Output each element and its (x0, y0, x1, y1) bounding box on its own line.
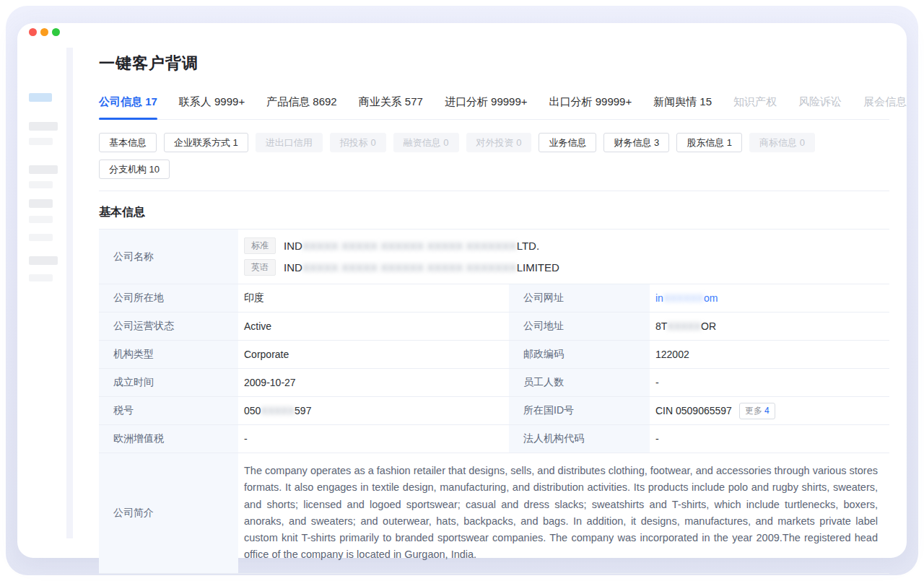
minimize-window-icon[interactable] (40, 28, 48, 36)
name-suffix: LIMITED (517, 261, 559, 274)
field-value: 8TXXXXXOR (650, 313, 889, 340)
table-row: 欧洲增值税 - 法人机构代码 - (99, 425, 889, 453)
company-intro-text: The company operates as a fashion retail… (238, 453, 889, 573)
subtab-financing: 融资信息 0 (393, 133, 459, 152)
zoom-window-icon[interactable] (52, 28, 60, 36)
tab-exhibition: 展会信息 (863, 89, 907, 119)
tab-intellectual: 知识产权 (733, 89, 777, 119)
table-row: 成立时间 2009-10-27 员工人数 - (99, 369, 889, 397)
table-row: 公司所在地 印度 公司网址 inXXXXXXom (99, 284, 889, 313)
tab-product-info[interactable]: 产品信息 8692 (266, 89, 337, 119)
company-name-english: 英语 INDXXXXX XXXXX XXXXXX XXXXX XXXXXXX L… (244, 259, 559, 276)
subtab-outbound-invest: 对外投资 0 (466, 133, 532, 152)
sidebar-divider (66, 48, 73, 538)
main-content: 一键客户背调 公司信息 17联系人 9999+产品信息 8692商业关系 577… (99, 23, 889, 574)
address-redacted: XXXXX (667, 320, 701, 332)
subtab-shareholder[interactable]: 股东信息 1 (676, 133, 742, 152)
name-prefix: IND (284, 240, 302, 252)
subtab-contact-method[interactable]: 企业联系方式 1 (164, 133, 248, 152)
browser-window: 一键客户背调 公司信息 17联系人 9999+产品信息 8692商业关系 577… (17, 23, 907, 558)
subtab-bidding: 招投标 0 (330, 133, 386, 152)
company-name-cell: 标准 INDXXXXX XXXXX XXXXXX XXXXX XXXXXXX L… (238, 230, 889, 284)
subtab-trademark: 商标信息 0 (749, 133, 815, 152)
subtab-branches[interactable]: 分支机构 10 (99, 160, 170, 179)
more-ids-button[interactable]: 更多4 (739, 403, 775, 419)
subtabs-bar: 基本信息企业联系方式 1进出口信用招投标 0融资信息 0对外投资 0业务信息财务… (99, 133, 889, 179)
field-value: Corporate (238, 341, 509, 368)
name-suffix: LTD. (517, 240, 539, 252)
field-label: 公司运营状态 (99, 313, 238, 340)
field-label: 公司网址 (509, 284, 650, 312)
tab-business-rel[interactable]: 商业关系 577 (359, 89, 423, 119)
window-controls (29, 28, 60, 36)
field-value: 印度 (238, 284, 509, 312)
subtab-trade-credit: 进出口信用 (256, 133, 323, 152)
table-row: 机构类型 Corporate 邮政编码 122002 (99, 341, 889, 369)
field-value: - (650, 425, 889, 453)
field-value: 050XXXXX597 (238, 397, 509, 424)
field-value: inXXXXXXom (650, 284, 889, 312)
sidebar-skeleton-bar (29, 122, 58, 131)
name-redacted: XXXXX XXXXX XXXXXX XXXXX XXXXXXX (302, 240, 517, 252)
table-row: 公司运营状态 Active 公司地址 8TXXXXXOR (99, 313, 889, 341)
table-row-company-name: 公司名称 标准 INDXXXXX XXXXX XXXXXX XXXXX XXXX… (99, 230, 889, 284)
english-badge: 英语 (244, 259, 276, 276)
sidebar-skeleton-bar (29, 234, 53, 241)
tab-import-analysis[interactable]: 进口分析 99999+ (445, 89, 528, 119)
tab-company-info[interactable]: 公司信息 17 (99, 89, 157, 119)
sidebar-skeleton-bar (29, 199, 53, 208)
field-label: 成立时间 (99, 369, 238, 396)
tax-redacted: XXXXX (261, 405, 295, 416)
section-title: 基本信息 (99, 205, 889, 220)
tab-contacts[interactable]: 联系人 9999+ (179, 89, 245, 119)
field-label: 公司简介 (99, 453, 238, 573)
subtab-business-info[interactable]: 业务信息 (539, 133, 596, 152)
sidebar-skeleton-bar (29, 216, 53, 223)
field-value: Active (238, 313, 509, 340)
field-label: 税号 (99, 397, 238, 424)
company-website-link[interactable]: inXXXXXXom (655, 292, 718, 304)
name-redacted: XXXXX XXXXX XXXXXX XXXXX XXXXXXX (302, 261, 517, 274)
close-window-icon[interactable] (29, 28, 37, 36)
basic-info-table: 公司名称 标准 INDXXXXX XXXXX XXXXXX XXXXX XXXX… (99, 229, 889, 574)
sidebar-skeleton-bar (29, 181, 53, 188)
field-label: 所在国ID号 (509, 397, 650, 424)
field-label: 邮政编码 (509, 341, 650, 368)
table-row-company-intro: 公司简介 The company operates as a fashion r… (99, 453, 889, 574)
subtab-basic-info[interactable]: 基本信息 (99, 133, 157, 152)
sidebar-skeleton-bar (29, 256, 58, 265)
standard-badge: 标准 (244, 237, 276, 254)
field-label: 公司地址 (509, 313, 650, 340)
page-title: 一键客户背调 (99, 53, 889, 74)
link-redacted: XXXXXX (663, 292, 704, 304)
field-label: 机构类型 (99, 341, 238, 368)
tab-export-analysis[interactable]: 出口分析 99999+ (549, 89, 632, 119)
field-value: CIN 0509065597 更多4 (650, 397, 889, 424)
field-value: 122002 (650, 341, 889, 368)
name-prefix: IND (284, 261, 302, 274)
field-label: 欧洲增值税 (99, 425, 238, 453)
field-value: 2009-10-27 (238, 369, 509, 396)
tabs-bar: 公司信息 17联系人 9999+产品信息 8692商业关系 577进口分析 99… (99, 89, 889, 120)
subtab-financial-info[interactable]: 财务信息 3 (603, 133, 669, 152)
field-label: 公司名称 (99, 230, 238, 284)
field-label: 员工人数 (509, 369, 650, 396)
section-divider (99, 191, 889, 191)
field-label: 公司所在地 (99, 284, 238, 312)
field-value: - (650, 369, 889, 396)
sidebar-skeleton-bar-active (29, 93, 52, 102)
sidebar-skeleton-bar (29, 274, 53, 281)
sidebar-skeleton-bar (29, 165, 58, 174)
company-name-standard: 标准 INDXXXXX XXXXX XXXXXX XXXXX XXXXXXX L… (244, 237, 539, 254)
tab-news-sentiment[interactable]: 新闻舆情 15 (653, 89, 712, 119)
tab-risk-lawsuit: 风险诉讼 (798, 89, 842, 119)
field-value: - (238, 425, 509, 453)
table-row: 税号 050XXXXX597 所在国ID号 CIN 0509065597 更多4 (99, 397, 889, 425)
sidebar-skeleton-bar (29, 138, 53, 145)
field-label: 法人机构代码 (509, 425, 650, 453)
